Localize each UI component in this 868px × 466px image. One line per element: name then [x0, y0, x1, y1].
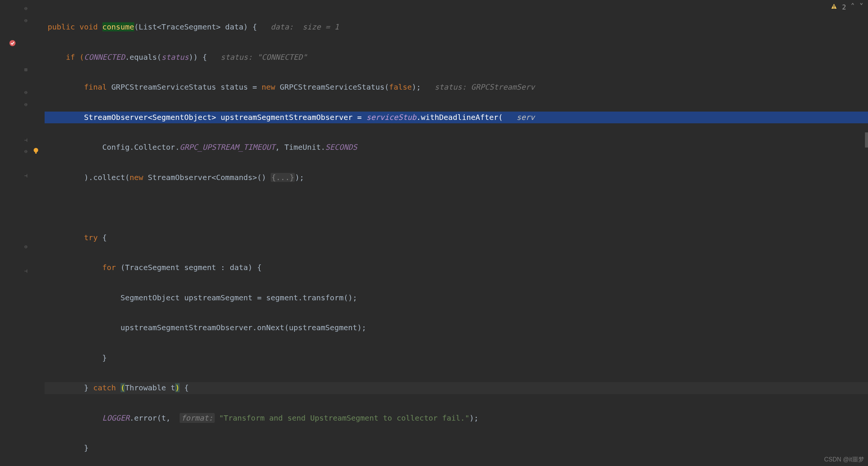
code-line[interactable]: upstreamSegmentStreamObserver.onNext(ups…: [45, 322, 868, 334]
code-line[interactable]: LOGGER.error(t, format: "Transform and s…: [45, 412, 868, 424]
code-line[interactable]: }: [45, 442, 868, 454]
fold-marker-icon[interactable]: ⊖: [24, 148, 29, 153]
fold-marker-icon[interactable]: ⊖: [24, 5, 29, 10]
next-highlight-icon[interactable]: ˅: [859, 2, 863, 12]
fold-marker-icon[interactable]: ⊖: [24, 101, 29, 106]
svg-point-0: [9, 40, 16, 46]
code-fold-region[interactable]: {...}: [271, 173, 295, 182]
parameter-hint: format:: [180, 413, 214, 423]
code-line[interactable]: ).collect(new StreamObserver<Commands>()…: [45, 172, 868, 184]
inspection-widget[interactable]: 2 ˄ ˅: [831, 2, 863, 12]
intention-bulb-icon[interactable]: [33, 147, 39, 156]
breakpoint-icon[interactable]: [9, 39, 16, 48]
warning-icon[interactable]: [831, 3, 837, 11]
fold-marker-icon[interactable]: ⊣: [24, 172, 29, 177]
prev-highlight-icon[interactable]: ˄: [851, 2, 855, 12]
fold-marker-icon[interactable]: ⊖: [24, 17, 29, 22]
gutter: ⊖ ⊖ ⊞ ⊖ ⊖ ⊣ ⊖ ⊣ ⊖ ⊣: [0, 0, 45, 466]
watermark-text: CSDN @it噩梦: [824, 456, 864, 464]
code-area[interactable]: public void consume(List<TraceSegment> d…: [45, 0, 868, 466]
svg-rect-4: [834, 8, 834, 8]
code-line-breakpoint[interactable]: StreamObserver<SegmentObject> upstreamSe…: [45, 112, 868, 124]
fold-marker-icon[interactable]: ⊣: [24, 268, 29, 272]
code-line[interactable]: for (TraceSegment segment : data) {: [45, 262, 868, 274]
code-line[interactable]: }: [45, 352, 868, 364]
code-line[interactable]: try {: [45, 232, 868, 244]
svg-rect-2: [35, 152, 37, 154]
code-line[interactable]: SegmentObject upstreamSegment = segment.…: [45, 292, 868, 304]
code-line[interactable]: if (CONNECTED.equals(status)) { status: …: [45, 51, 868, 64]
warning-count: 2: [842, 3, 846, 11]
code-line[interactable]: public void consume(List<TraceSegment> d…: [45, 21, 868, 33]
fold-marker-icon[interactable]: ⊖: [24, 89, 29, 94]
svg-rect-3: [834, 5, 834, 7]
code-line[interactable]: Config.Collector.GRPC_UPSTREAM_TIMEOUT, …: [45, 141, 868, 154]
fold-marker-icon[interactable]: ⊣: [24, 137, 29, 141]
fold-marker-icon[interactable]: ⊞: [24, 67, 29, 71]
code-line[interactable]: final GRPCStreamServiceStatus status = n…: [45, 81, 868, 93]
scrollbar-marker[interactable]: [865, 132, 868, 148]
code-line-current[interactable]: } catch (Throwable t) {: [45, 382, 868, 394]
fold-marker-icon[interactable]: ⊖: [24, 244, 29, 248]
svg-point-1: [34, 148, 38, 152]
editor-root: ⊖ ⊖ ⊞ ⊖ ⊖ ⊣ ⊖ ⊣ ⊖ ⊣ public void consume(…: [0, 0, 868, 466]
code-line[interactable]: [45, 202, 868, 214]
